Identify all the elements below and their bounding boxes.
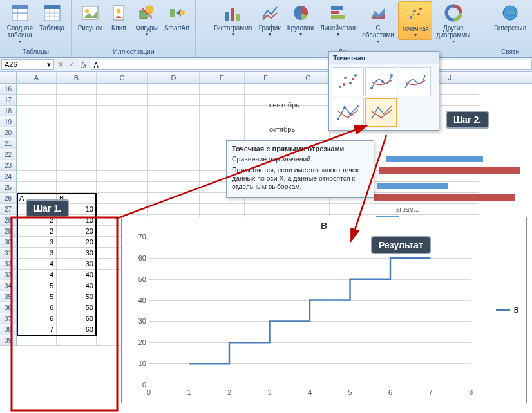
cell[interactable]: 2: [17, 226, 57, 237]
row-header[interactable]: 30: [0, 237, 17, 248]
row-header[interactable]: 33: [0, 270, 17, 280]
cell[interactable]: [97, 116, 148, 127]
cell[interactable]: 6: [17, 302, 57, 313]
pivot-table-button[interactable]: Сводная таблица ▾: [5, 1, 35, 46]
cell[interactable]: [97, 95, 148, 106]
cell[interactable]: [17, 149, 57, 160]
scatter-chart-button[interactable]: Точечная▾: [398, 1, 432, 40]
smartart-button[interactable]: SmartArt: [162, 1, 192, 33]
cell[interactable]: 20: [57, 226, 97, 237]
cell[interactable]: 4: [17, 259, 57, 270]
cell[interactable]: [97, 193, 148, 204]
cell[interactable]: [97, 127, 148, 138]
column-header[interactable]: D: [148, 72, 200, 83]
row-header[interactable]: 28: [0, 215, 17, 226]
cell[interactable]: [200, 116, 245, 127]
row-header[interactable]: 24: [0, 171, 17, 182]
cell[interactable]: [148, 138, 200, 149]
cell[interactable]: [57, 127, 97, 138]
cell[interactable]: [17, 138, 57, 149]
row-header[interactable]: 31: [0, 248, 17, 259]
column-header[interactable]: B: [57, 72, 97, 83]
cell[interactable]: 5: [17, 280, 57, 291]
shapes-button[interactable]: Фигуры ▾: [133, 1, 160, 39]
cell[interactable]: [17, 171, 57, 182]
cell[interactable]: [148, 127, 200, 138]
scatter-smooth-lines-markers[interactable]: [365, 67, 397, 96]
cell[interactable]: [17, 127, 57, 138]
cell[interactable]: [57, 171, 97, 182]
cell[interactable]: [57, 106, 97, 116]
row-header[interactable]: 37: [0, 313, 17, 324]
table-button[interactable]: Таблица: [37, 1, 67, 33]
cell[interactable]: [17, 106, 57, 116]
name-box[interactable]: A26▾: [1, 59, 54, 70]
pie-chart-button[interactable]: Круговая▾: [285, 1, 316, 39]
scatter-markers-only[interactable]: [332, 67, 364, 96]
line-chart-button[interactable]: График▾: [256, 1, 283, 39]
scatter-straight-lines[interactable]: [365, 98, 397, 127]
cell[interactable]: [148, 149, 200, 160]
picture-button[interactable]: Рисунок: [75, 1, 105, 33]
cell[interactable]: [200, 204, 245, 215]
cell[interactable]: [17, 84, 57, 95]
cell[interactable]: [57, 149, 97, 160]
cell[interactable]: [148, 160, 200, 171]
cell[interactable]: [97, 149, 148, 160]
scatter-smooth-lines[interactable]: [399, 67, 431, 96]
row-header[interactable]: 21: [0, 138, 17, 149]
cell[interactable]: [57, 84, 97, 95]
confirm-icon[interactable]: ✓: [66, 60, 77, 69]
cell[interactable]: 60: [57, 313, 97, 324]
cell[interactable]: 7: [17, 324, 57, 335]
row-header[interactable]: 35: [0, 291, 17, 302]
row-header[interactable]: 39: [0, 335, 17, 346]
row-header[interactable]: 29: [0, 226, 17, 237]
cell[interactable]: [97, 171, 148, 182]
row-header[interactable]: 22: [0, 149, 17, 160]
scatter-straight-lines-markers[interactable]: [332, 98, 364, 127]
cell[interactable]: 50: [57, 291, 97, 302]
cell[interactable]: 3: [17, 248, 57, 259]
cell[interactable]: [17, 335, 57, 346]
column-header[interactable]: F: [245, 72, 287, 83]
cell[interactable]: [97, 160, 148, 171]
column-header[interactable]: A: [17, 72, 57, 83]
cell[interactable]: 4: [17, 270, 57, 280]
cell[interactable]: [200, 106, 245, 116]
cell[interactable]: [57, 182, 97, 193]
cell[interactable]: [245, 84, 287, 95]
row-header[interactable]: 19: [0, 116, 17, 127]
row-header[interactable]: 25: [0, 182, 17, 193]
cell[interactable]: 30: [57, 248, 97, 259]
cell[interactable]: [148, 106, 200, 116]
cell[interactable]: [57, 160, 97, 171]
cell[interactable]: [148, 182, 200, 193]
cell[interactable]: [97, 204, 148, 215]
cell[interactable]: [57, 95, 97, 106]
cell[interactable]: [97, 106, 148, 116]
cell[interactable]: [421, 138, 479, 149]
bar-chart-button[interactable]: Линейчатая▾: [318, 1, 358, 39]
row-header[interactable]: 16: [0, 84, 17, 95]
cell[interactable]: [17, 95, 57, 106]
cell[interactable]: 6: [17, 313, 57, 324]
chart[interactable]: B 010203040506070012345678 B: [121, 217, 527, 403]
cell[interactable]: [57, 116, 97, 127]
cell[interactable]: 20: [57, 237, 97, 248]
cell[interactable]: [17, 160, 57, 171]
cell[interactable]: [17, 116, 57, 127]
cell[interactable]: [148, 84, 200, 95]
hyperlink-button[interactable]: Гиперссыл: [491, 1, 529, 33]
row-header[interactable]: 20: [0, 127, 17, 138]
row-header[interactable]: 26: [0, 193, 17, 204]
clip-button[interactable]: Клип: [106, 1, 131, 33]
cell[interactable]: 3: [17, 237, 57, 248]
cell[interactable]: 40: [57, 280, 97, 291]
area-chart-button[interactable]: С областями▾: [359, 1, 397, 46]
cell[interactable]: 50: [57, 302, 97, 313]
cell[interactable]: [57, 138, 97, 149]
cell[interactable]: [148, 95, 200, 106]
cell[interactable]: [97, 138, 148, 149]
cell[interactable]: [200, 95, 245, 106]
